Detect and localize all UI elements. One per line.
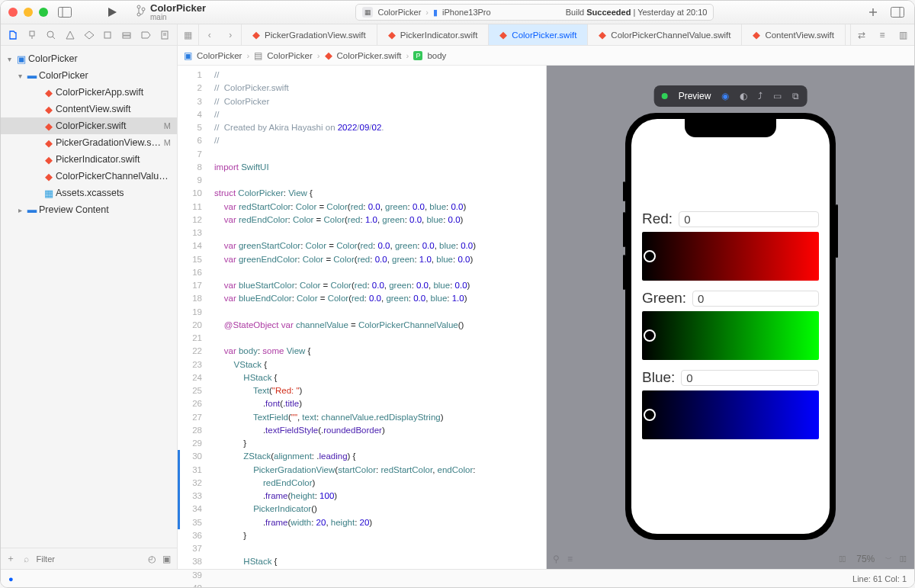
red-indicator[interactable] bbox=[644, 250, 656, 262]
source-control-navigator-icon[interactable] bbox=[24, 27, 40, 43]
variants-icon[interactable]: ◐ bbox=[740, 91, 747, 101]
report-navigator-icon[interactable] bbox=[156, 27, 172, 43]
add-file-icon[interactable]: ＋ bbox=[5, 552, 16, 565]
green-indicator[interactable] bbox=[644, 329, 656, 342]
chevron-right-icon: › bbox=[406, 51, 409, 60]
editor-options-icon[interactable]: ⇄ bbox=[858, 30, 865, 40]
blue-gradient[interactable] bbox=[642, 390, 819, 439]
breakpoint-navigator-icon[interactable] bbox=[137, 27, 153, 43]
navigator-item[interactable]: ◆ContentView.swift bbox=[1, 101, 177, 117]
test-navigator-icon[interactable] bbox=[100, 27, 116, 43]
navigator-item[interactable]: ▾▬ColorPicker bbox=[1, 67, 177, 84]
svg-rect-16 bbox=[123, 36, 130, 38]
branch-name: main bbox=[150, 13, 206, 21]
svg-rect-15 bbox=[123, 33, 130, 35]
red-gradient[interactable] bbox=[642, 232, 819, 281]
zoom-level[interactable]: 75% bbox=[853, 554, 878, 564]
editor-tab[interactable]: ◆ContentView.swift bbox=[742, 24, 846, 45]
assets-icon: ▦ bbox=[42, 188, 56, 199]
close-icon[interactable] bbox=[8, 8, 18, 17]
preview-settings-icon[interactable]: ≡ bbox=[567, 554, 573, 564]
disclosure-icon[interactable]: ▸ bbox=[14, 206, 25, 214]
toggle-inspector-icon[interactable] bbox=[888, 3, 907, 21]
zoom-in-icon[interactable]: ＋⃝ bbox=[900, 554, 907, 564]
add-editor-icon[interactable]: ▥ bbox=[899, 30, 907, 40]
device-settings-icon[interactable]: ⤴ bbox=[758, 91, 762, 101]
navigator-item[interactable]: ◆ColorPickerApp.swift bbox=[1, 84, 177, 101]
app-icon: ▣ bbox=[14, 53, 28, 65]
preview-on-device-icon[interactable]: ▭ bbox=[773, 91, 782, 101]
tab-label: PickerGradationView.swift bbox=[265, 31, 366, 40]
preview-device-frame: Red: 0 Green: 0 Blue: bbox=[625, 113, 836, 540]
folder-crumb-icon: ▤ bbox=[254, 50, 262, 61]
minimize-icon[interactable] bbox=[24, 8, 33, 17]
navigator-item[interactable]: ▦Assets.xcassets bbox=[1, 185, 177, 201]
disclosure-icon[interactable]: ▾ bbox=[4, 55, 14, 63]
folder-icon: ▬ bbox=[25, 70, 39, 81]
file-label: ColorPickerApp.swift bbox=[56, 87, 171, 98]
zoom-out-icon[interactable]: －⃝ bbox=[839, 554, 846, 564]
swift-file-icon: ◆ bbox=[753, 29, 760, 40]
navigator-item[interactable]: ▾▣ColorPicker bbox=[1, 50, 177, 67]
related-items-icon[interactable]: ▦ bbox=[178, 24, 199, 45]
crumb-project[interactable]: ColorPicker bbox=[197, 51, 242, 60]
back-icon[interactable]: ‹ bbox=[208, 30, 211, 40]
navigator-item[interactable]: ◆PickerIndicator.swift bbox=[1, 151, 177, 168]
forward-icon[interactable]: › bbox=[229, 30, 232, 40]
red-value-field[interactable]: 0 bbox=[679, 211, 819, 227]
add-target-icon[interactable] bbox=[864, 3, 882, 21]
swift-file-icon: ◆ bbox=[42, 171, 56, 182]
project-crumb-icon: ▣ bbox=[184, 50, 192, 61]
green-gradient[interactable] bbox=[642, 311, 819, 360]
scm-filter-icon[interactable]: ▣ bbox=[162, 554, 172, 564]
project-navigator-icon[interactable] bbox=[5, 27, 21, 43]
preview-content[interactable]: Red: 0 Green: 0 Blue: bbox=[631, 119, 830, 444]
preview-toolbar[interactable]: Preview ◉ ◐ ⤴ ▭ ⧉ bbox=[654, 85, 807, 107]
swift-file-icon: ◆ bbox=[42, 87, 56, 98]
disclosure-icon[interactable]: ▾ bbox=[14, 72, 25, 80]
navigator-item[interactable]: ▸▬Preview Content bbox=[1, 201, 177, 218]
editor-tab[interactable]: ◆ColorPickerChannelValue.swift bbox=[588, 24, 742, 45]
crumb-file[interactable]: ColorPicker.swift bbox=[337, 51, 402, 60]
activity-viewer[interactable]: ▦ ColorPicker › ▮ iPhone13Pro Build Succ… bbox=[355, 4, 714, 21]
blue-value-field[interactable]: 0 bbox=[681, 370, 819, 386]
selectable-mode-icon[interactable]: ◉ bbox=[721, 91, 729, 101]
duplicate-preview-icon[interactable]: ⧉ bbox=[792, 91, 799, 101]
pin-preview-icon[interactable]: ⚲ bbox=[553, 554, 560, 564]
zoom-menu-icon[interactable]: ﹀ bbox=[885, 554, 892, 564]
editor-tab[interactable]: ◆PickerIndicator.swift bbox=[377, 24, 490, 45]
window-traffic-lights[interactable] bbox=[8, 8, 48, 17]
chevron-right-icon: › bbox=[246, 51, 249, 60]
green-value-field[interactable]: 0 bbox=[692, 291, 819, 307]
swift-file-icon: ◆ bbox=[42, 154, 56, 165]
editor-tab[interactable]: ◆ColorPicker.swift bbox=[489, 24, 588, 45]
symbol-navigator-icon[interactable] bbox=[43, 27, 59, 43]
issue-navigator-icon[interactable] bbox=[81, 27, 97, 43]
navigator-filter-input[interactable] bbox=[37, 554, 142, 564]
scm-badge: M bbox=[164, 138, 171, 147]
chevron-right-icon: › bbox=[317, 51, 320, 60]
crumb-group[interactable]: ColorPicker bbox=[267, 51, 312, 60]
run-button[interactable] bbox=[103, 3, 121, 21]
crumb-symbol[interactable]: body bbox=[427, 51, 446, 60]
zoom-icon[interactable] bbox=[39, 8, 48, 17]
navigator-item[interactable]: ◆PickerGradationView.swiftM bbox=[1, 134, 177, 151]
recent-filter-icon[interactable]: ◴ bbox=[146, 554, 157, 564]
debug-navigator-icon[interactable] bbox=[119, 27, 135, 43]
editor-tab[interactable]: ◆PickerGradationView.swift bbox=[242, 24, 377, 45]
live-indicator-icon bbox=[662, 93, 668, 99]
tab-label: ColorPicker.swift bbox=[512, 31, 576, 40]
find-navigator-icon[interactable] bbox=[62, 27, 78, 43]
swift-file-icon: ◆ bbox=[325, 50, 332, 61]
adjust-editor-icon[interactable]: ≡ bbox=[879, 30, 884, 40]
tab-label: PickerIndicator.swift bbox=[400, 31, 478, 40]
toggle-navigator-icon[interactable] bbox=[56, 3, 74, 21]
source-editor[interactable]: 1234567891011121314151617181920212223242… bbox=[178, 66, 547, 569]
navigator-item[interactable]: ◆ColorPicker.swiftM bbox=[1, 117, 177, 134]
blue-indicator[interactable] bbox=[644, 409, 656, 421]
debug-bubble-icon[interactable]: ● bbox=[8, 574, 14, 583]
swift-file-icon: ◆ bbox=[388, 29, 396, 40]
svg-point-12 bbox=[47, 31, 53, 37]
navigator-item[interactable]: ◆ColorPickerChannelValue.s… bbox=[1, 168, 177, 185]
swift-file-icon: ◆ bbox=[42, 104, 56, 115]
